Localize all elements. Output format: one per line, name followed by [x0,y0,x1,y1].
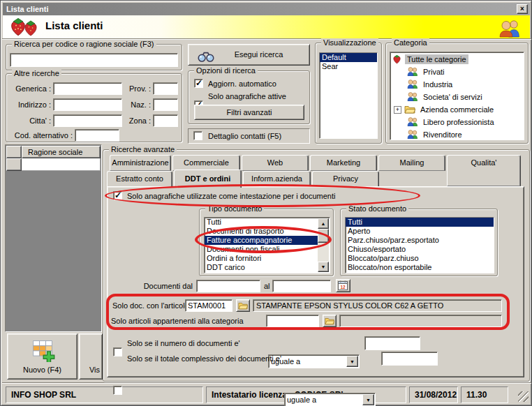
list-item[interactable]: Parz.chiuso/parz.esportato [346,236,494,245]
chevron-down-icon[interactable]: ▼ [346,356,358,367]
results-grid[interactable]: Ragione sociale [5,144,102,332]
list-item[interactable]: Documenti non fiscali [205,245,318,254]
doc-count-checkbox[interactable] [113,347,122,356]
tree-item[interactable]: Privati [407,66,447,78]
list-item[interactable]: Tutti [205,218,318,227]
visualization-group: Visualizzazione Default Sear [315,43,382,144]
doc-state-group-label: Stato documento [346,204,408,213]
doc-total-operator-select[interactable]: uguale a ▼ [284,393,376,406]
list-item[interactable]: Bloccato/non esportabile [346,263,494,272]
window-titlebar[interactable]: Lista clienti [3,3,530,15]
close-button[interactable]: × [517,4,528,14]
tab-mailing[interactable]: Mailing [378,155,445,171]
generica-input[interactable] [53,82,122,95]
strawberry-icon [392,54,402,66]
contact-detail-checkbox[interactable] [193,131,202,140]
citta-label: Citta' : [6,116,51,125]
grid-column-header[interactable]: Ragione sociale [22,146,101,158]
contact-detail-panel: Dettaglio contatti (F5) [188,128,310,144]
scrollbar-thumb[interactable] [318,229,329,243]
grid-row-cell[interactable] [22,158,101,171]
doc-count-value-input[interactable] [364,336,420,350]
zona-input[interactable] [153,114,178,127]
statusbar-divider [2,382,531,384]
tab-commerciale[interactable]: Commerciale [172,155,240,171]
prov-input[interactable] [153,82,178,95]
scroll-up-icon[interactable]: ▲ [318,218,329,229]
doc-type-group-label: Tipo documento [205,204,264,213]
status-company: INFO SHOP SRL [6,386,203,403]
list-item[interactable]: DDT carico [205,263,318,272]
tree-item[interactable]: Rivenditore [407,128,464,141]
tab-ddt-e-ordini[interactable]: DDT e ordini [174,170,242,188]
customers-icon [498,19,522,39]
search-input[interactable] [10,53,178,67]
scroll-down-icon[interactable]: ▼ [318,262,329,272]
list-item[interactable]: Bloccato/parz.chiuso [346,254,494,263]
tree-item-label: Societa' di servizi [421,92,485,102]
article-lookup-button[interactable] [236,299,250,312]
doc-type-listbox[interactable]: Tutti Documenti di trasporto Fatture acc… [204,217,330,273]
doc-count-operator-select[interactable]: uguale a ▼ [268,354,360,368]
execute-search-button[interactable]: Esegui ricerca [188,44,310,66]
page-title: Lista clienti [45,20,103,31]
auto-update-label: Aggiorn. automatico [208,80,276,88]
indirizzo-label: Indirizzo : [6,100,51,109]
resize-grip[interactable] [518,391,529,402]
date-from-input[interactable] [196,280,260,292]
tab-amministrazione[interactable]: Amministrazione [110,155,171,171]
status-date: 31/08/2012 [409,386,458,403]
list-item-selected[interactable]: Tutti [346,218,494,227]
list-item[interactable]: Ordini a fornitori [205,254,318,263]
new-button[interactable]: Nuovo (F4) [7,333,77,379]
doc-total-value-input[interactable] [381,352,438,366]
tree-item-label: Rivenditore [421,130,464,140]
tab-marketing[interactable]: Marketing [310,155,377,171]
scrollbar[interactable]: ▲ ▼ [318,218,329,272]
doc-state-listbox[interactable]: Tutti Aperto Parz.chiuso/parz.esportato … [345,217,494,273]
tab-estratto-conto[interactable]: Estratto conto [107,171,172,187]
tree-item-label: Azienda commerciale [418,105,496,114]
list-item[interactable]: Aperto [346,227,494,236]
other-search-group: Altre ricerche Generica : Prov. : Indiri… [6,73,182,142]
article-code-input[interactable] [185,299,232,312]
list-item[interactable]: Documenti di trasporto [205,227,318,236]
tab-qualita[interactable]: Qualita' [447,155,521,186]
contact-detail-label: Dettaglio contatti (F5) [208,132,281,140]
tree-item[interactable]: Libero professionista [407,116,496,128]
tab-web[interactable]: Web [242,155,309,171]
article-category-lookup-button[interactable] [323,315,337,327]
strawberry-icon [22,19,40,38]
chevron-down-icon[interactable]: ▼ [362,394,374,405]
partial-button[interactable]: Vis [79,333,103,379]
indirizzo-input[interactable] [53,98,122,111]
tree-item[interactable]: Societa' di servizi [407,91,485,103]
list-item[interactable]: Sear [320,62,377,71]
tree-item[interactable]: + Azienda commerciale [394,103,496,116]
tree-item-label: Privati [421,67,447,77]
expand-plus-icon[interactable]: + [394,106,401,114]
tab-privacy[interactable]: Privacy [312,171,379,187]
visualization-listbox[interactable]: Default Sear [319,52,378,139]
list-item[interactable]: Default [320,53,377,62]
tree-item-root[interactable]: Tutte le categorie [392,53,468,66]
new-button-label: Nuovo (F4) [8,366,77,374]
category-tree[interactable]: Tutte le categorie Privati Industria Soc… [390,52,524,140]
advanced-filters-button[interactable]: Filtri avanzati [194,105,304,120]
naz-input[interactable] [153,98,178,111]
people-icon [407,130,418,140]
auto-update-checkbox[interactable] [194,79,203,88]
list-item-selected[interactable]: Fatture accompagnatorie [205,236,318,245]
citta-input[interactable] [53,114,122,127]
doc-total-checkbox[interactable] [113,386,122,395]
cod-alternativo-input[interactable] [75,129,119,142]
list-item[interactable]: Chiuso/esportato [346,245,494,254]
calendar-button[interactable]: 12 [336,279,350,292]
date-to-input[interactable] [272,280,331,292]
grid-row-selector[interactable] [6,158,22,171]
tab-inform-azienda[interactable]: Inform.azienda [243,171,311,187]
header-filter-checkbox[interactable] [113,191,122,200]
doc-state-group: Stato documento Tutti Aperto Parz.chiuso… [340,209,498,276]
tree-item[interactable]: Industria [407,78,455,91]
article-category-code-input[interactable] [266,315,319,327]
